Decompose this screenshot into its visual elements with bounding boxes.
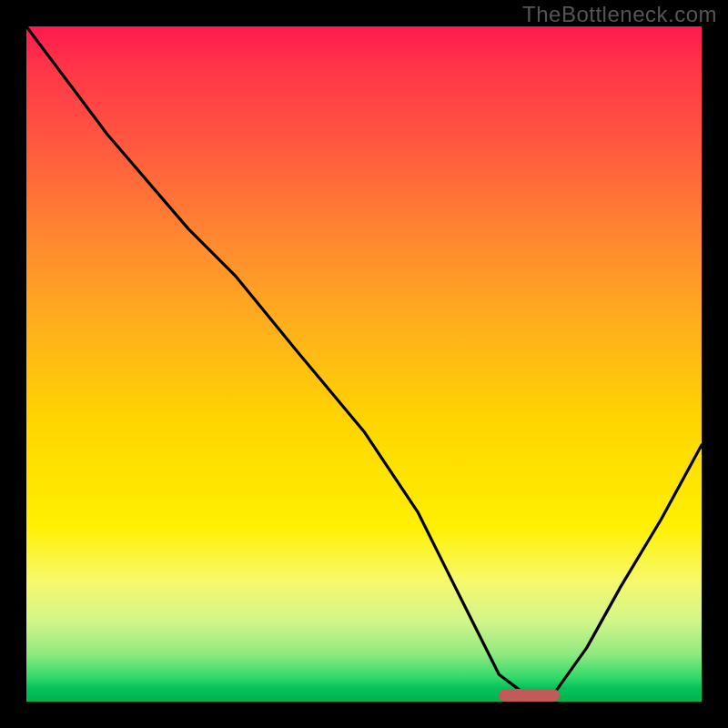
minimum-marker: [499, 689, 560, 702]
watermark-text: TheBottleneck.com: [522, 2, 717, 27]
curve-overlay: [26, 26, 702, 702]
chart-frame: TheBottleneck.com: [0, 0, 728, 728]
bottleneck-curve: [26, 26, 702, 695]
plot-area: [26, 26, 702, 702]
